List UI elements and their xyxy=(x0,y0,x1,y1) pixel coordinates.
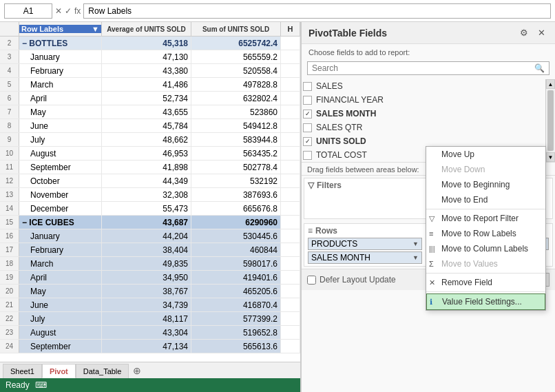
scroll-down-button[interactable]: ▼ xyxy=(546,152,555,162)
table-row[interactable]: 14 December 55,473 665676.8 xyxy=(0,202,300,216)
search-input[interactable] xyxy=(312,63,534,73)
context-menu-item[interactable]: ≡Move to Row Labels xyxy=(426,226,545,241)
cell-b[interactable]: 52,734 xyxy=(102,92,191,105)
col-header-a[interactable]: Row Labels ▼ xyxy=(19,22,102,36)
cell-b[interactable]: 41,898 xyxy=(102,161,191,174)
field-checkbox[interactable] xyxy=(303,123,312,132)
table-row[interactable]: 4 February 43,380 520558.4 xyxy=(0,64,300,78)
cell-b[interactable]: 34,950 xyxy=(102,271,191,284)
cell-c[interactable]: 6525742.4 xyxy=(191,37,281,50)
cell-a[interactable]: May xyxy=(19,105,102,118)
context-menu-item[interactable]: |||Move to Column Labels xyxy=(426,241,545,256)
context-menu-item[interactable]: Move to End xyxy=(426,192,545,207)
cell-c[interactable]: 460844 xyxy=(191,243,281,256)
cell-c[interactable]: 6290960 xyxy=(191,216,281,229)
pivot-settings-icon[interactable]: ⚙ xyxy=(517,26,531,39)
cell-b[interactable]: 49,835 xyxy=(102,257,191,270)
cell-b[interactable]: 47,130 xyxy=(102,50,191,63)
field-item[interactable]: SALES QTR xyxy=(302,121,545,134)
cell-c[interactable]: 563435.2 xyxy=(191,147,281,160)
cell-a[interactable]: November xyxy=(19,188,102,201)
col-header-c[interactable]: Sum of UNITS SOLD xyxy=(191,22,281,36)
defer-checkbox[interactable] xyxy=(307,276,316,285)
cell-c[interactable]: 519652.8 xyxy=(191,326,281,339)
cell-c[interactable]: 583944.8 xyxy=(191,133,281,146)
cell-a[interactable]: March xyxy=(19,257,102,270)
table-row[interactable]: 20 May 38,767 465205.6 xyxy=(0,285,300,298)
cell-b[interactable]: 38,767 xyxy=(102,285,191,298)
confirm-icon[interactable]: ✓ xyxy=(65,6,72,16)
cell-c[interactable]: 577399.2 xyxy=(191,312,281,325)
tab-datatable[interactable]: Data_Table xyxy=(76,364,129,378)
context-menu-item[interactable]: Move Up xyxy=(426,147,545,162)
cell-a[interactable]: April xyxy=(19,92,102,105)
cell-c[interactable]: 419401.6 xyxy=(191,271,281,284)
cell-b[interactable]: 48,117 xyxy=(102,312,191,325)
field-item[interactable]: FINANCIAL YEAR xyxy=(302,93,545,107)
table-row[interactable]: 23 August 43,304 519652.8 xyxy=(0,326,300,340)
table-row[interactable]: 8 June 45,784 549412.8 xyxy=(0,119,300,133)
cell-c[interactable]: 665676.8 xyxy=(191,202,281,215)
cell-a[interactable]: August xyxy=(19,326,102,339)
area-chip[interactable]: SALES MONTH ▼ xyxy=(308,251,422,264)
cell-b[interactable]: 48,662 xyxy=(102,133,191,146)
table-row[interactable]: 17 February 38,404 460844 xyxy=(0,243,300,257)
cell-c[interactable]: 549412.8 xyxy=(191,119,281,132)
cell-c[interactable]: 598017.6 xyxy=(191,257,281,270)
cell-c[interactable]: 565613.6 xyxy=(191,340,281,353)
formula-input[interactable] xyxy=(83,3,551,19)
cell-b[interactable]: 43,304 xyxy=(102,326,191,339)
field-checkbox[interactable] xyxy=(303,151,312,160)
cell-a[interactable]: February xyxy=(19,243,102,256)
table-row[interactable]: 2 − BOTTLES 45,318 6525742.4 xyxy=(0,37,300,50)
col-header-b[interactable]: Average of UNITS SOLD xyxy=(102,22,191,36)
chip-dropdown-icon[interactable]: ▼ xyxy=(412,240,419,247)
cell-c[interactable]: 387693.6 xyxy=(191,188,281,201)
cell-c[interactable]: 502778.4 xyxy=(191,161,281,174)
cell-b[interactable]: 44,204 xyxy=(102,229,191,243)
scroll-up-button[interactable]: ▲ xyxy=(546,79,555,89)
cell-b[interactable]: 38,404 xyxy=(102,243,191,256)
cancel-icon[interactable]: ✕ xyxy=(55,6,62,16)
field-checkbox[interactable] xyxy=(303,96,312,105)
pivot-close-icon[interactable]: ✕ xyxy=(535,26,548,39)
cell-reference-box[interactable] xyxy=(4,3,52,19)
cell-a[interactable]: June xyxy=(19,119,102,132)
table-row[interactable]: 21 June 34,739 416870.4 xyxy=(0,298,300,312)
table-row[interactable]: 10 August 46,953 563435.2 xyxy=(0,147,300,161)
cell-c[interactable]: 632802.4 xyxy=(191,92,281,105)
table-row[interactable]: 16 January 44,204 530445.6 xyxy=(0,229,300,243)
table-row[interactable]: 3 January 47,130 565559.2 xyxy=(0,50,300,64)
context-menu-item[interactable]: Move to Beginning xyxy=(426,177,545,192)
cell-c[interactable]: 497828.8 xyxy=(191,78,281,91)
cell-a[interactable]: September xyxy=(19,161,102,174)
context-menu-item[interactable]: ✕Remove Field xyxy=(426,275,545,290)
field-checkbox[interactable]: ✓ xyxy=(303,110,312,118)
cell-a[interactable]: − BOTTLES xyxy=(19,37,102,50)
table-row[interactable]: 7 May 43,655 523860 xyxy=(0,105,300,119)
cell-b[interactable]: 43,655 xyxy=(102,105,191,118)
cell-a[interactable]: June xyxy=(19,298,102,311)
table-row[interactable]: 22 July 48,117 577399.2 xyxy=(0,312,300,326)
cell-a[interactable]: July xyxy=(19,133,102,146)
tab-sheet1[interactable]: Sheet1 xyxy=(3,364,42,378)
cell-c[interactable]: 416870.4 xyxy=(191,298,281,311)
table-row[interactable]: 12 October 44,349 532192 xyxy=(0,174,300,188)
table-row[interactable]: 13 November 32,308 387693.6 xyxy=(0,188,300,202)
table-row[interactable]: 18 March 49,835 598017.6 xyxy=(0,257,300,271)
table-row[interactable]: 19 April 34,950 419401.6 xyxy=(0,271,300,285)
cell-c[interactable]: 530445.6 xyxy=(191,229,281,243)
cell-b[interactable]: 32,308 xyxy=(102,188,191,201)
defer-label[interactable]: Defer Layout Update xyxy=(307,275,396,285)
cell-b[interactable]: 43,687 xyxy=(102,216,191,229)
cell-b[interactable]: 55,473 xyxy=(102,202,191,215)
add-sheet-button[interactable]: ⊕ xyxy=(129,363,145,378)
cell-a[interactable]: August xyxy=(19,147,102,160)
cell-c[interactable]: 465205.6 xyxy=(191,285,281,298)
cell-a[interactable]: April xyxy=(19,271,102,284)
row-label-dropdown-icon[interactable]: ▼ xyxy=(92,25,99,33)
cell-b[interactable]: 41,486 xyxy=(102,78,191,91)
chip-dropdown-icon[interactable]: ▼ xyxy=(412,254,419,261)
scroll-thumb[interactable] xyxy=(547,90,554,151)
context-menu-item[interactable]: ▽Move to Report Filter xyxy=(426,211,545,226)
